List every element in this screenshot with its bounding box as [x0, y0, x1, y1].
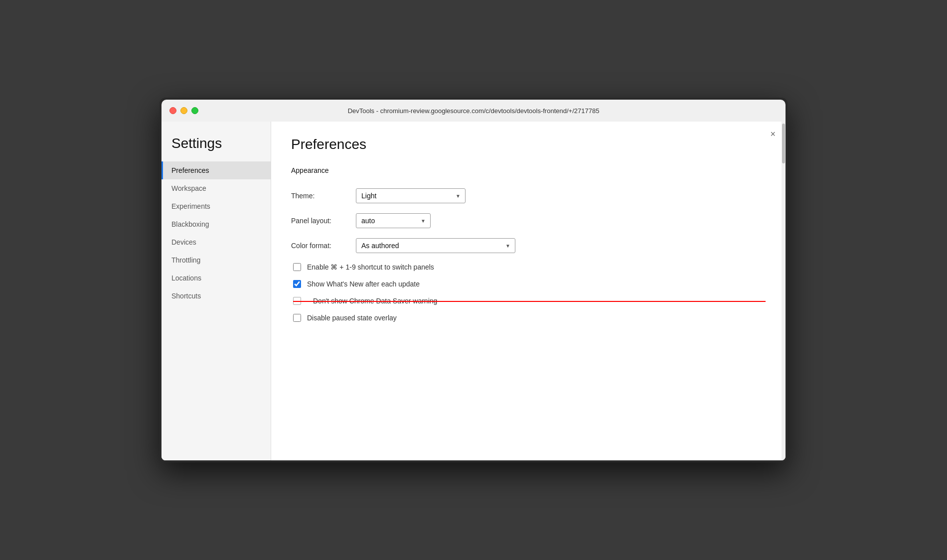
- paused-state-checkbox-row: Disable paused state overlay: [293, 314, 766, 322]
- maximize-traffic-light[interactable]: [191, 107, 198, 114]
- whats-new-checkbox-row: Show What's New after each update: [293, 280, 766, 288]
- page-title: Preferences: [291, 137, 766, 152]
- panel-layout-select[interactable]: auto horizontal vertical: [356, 213, 431, 228]
- color-format-select-wrapper: As authored HEX RGB HSL: [356, 238, 515, 253]
- data-saver-checkbox[interactable]: [293, 297, 301, 305]
- panel-layout-label: Panel layout:: [291, 217, 356, 225]
- main-content: × Preferences Appearance Theme: Light Da…: [271, 122, 786, 460]
- sidebar: Settings Preferences Workspace Experimen…: [161, 122, 271, 460]
- whats-new-checkbox[interactable]: [293, 280, 301, 288]
- close-traffic-light[interactable]: [169, 107, 176, 114]
- title-bar: DevTools - chromium-review.googlesource.…: [161, 100, 786, 122]
- close-button[interactable]: ×: [770, 130, 776, 139]
- window-body: Settings Preferences Workspace Experimen…: [161, 122, 786, 460]
- sidebar-item-workspace[interactable]: Workspace: [161, 179, 271, 197]
- paused-state-label: Disable paused state overlay: [307, 314, 397, 322]
- data-saver-row: Don't show Chrome Data Saver warning: [293, 297, 766, 305]
- sidebar-item-blackboxing[interactable]: Blackboxing: [161, 215, 271, 233]
- sidebar-item-shortcuts[interactable]: Shortcuts: [161, 287, 271, 305]
- sidebar-item-experiments[interactable]: Experiments: [161, 197, 271, 215]
- theme-row: Theme: Light Dark System preference: [291, 188, 766, 203]
- sidebar-item-preferences[interactable]: Preferences: [161, 161, 271, 179]
- shortcut-label: Enable ⌘ + 1-9 shortcut to switch panels: [307, 263, 434, 271]
- whats-new-label: Show What's New after each update: [307, 280, 420, 288]
- window-title: DevTools - chromium-review.googlesource.…: [348, 107, 600, 115]
- shortcut-checkbox-row: Enable ⌘ + 1-9 shortcut to switch panels: [293, 263, 766, 271]
- theme-select-wrapper: Light Dark System preference: [356, 188, 466, 203]
- minimize-traffic-light[interactable]: [180, 107, 187, 114]
- panel-layout-select-wrapper: auto horizontal vertical: [356, 213, 431, 228]
- color-format-select[interactable]: As authored HEX RGB HSL: [356, 238, 515, 253]
- color-format-row: Color format: As authored HEX RGB HSL: [291, 238, 766, 253]
- color-format-label: Color format:: [291, 242, 356, 250]
- data-saver-label: Don't show Chrome Data Saver warning: [313, 297, 437, 305]
- appearance-section-title: Appearance: [291, 166, 766, 178]
- theme-select[interactable]: Light Dark System preference: [356, 188, 466, 203]
- paused-state-checkbox[interactable]: [293, 314, 301, 322]
- shortcut-checkbox[interactable]: [293, 263, 301, 271]
- scrollbar[interactable]: [782, 122, 786, 460]
- traffic-lights: [169, 107, 198, 114]
- sidebar-item-throttling[interactable]: Throttling: [161, 251, 271, 269]
- settings-title: Settings: [161, 132, 271, 161]
- panel-layout-row: Panel layout: auto horizontal vertical: [291, 213, 766, 228]
- sidebar-nav: Preferences Workspace Experiments Blackb…: [161, 161, 271, 305]
- theme-label: Theme:: [291, 192, 356, 200]
- sidebar-item-devices[interactable]: Devices: [161, 233, 271, 251]
- sidebar-item-locations[interactable]: Locations: [161, 269, 271, 287]
- window: DevTools - chromium-review.googlesource.…: [159, 98, 788, 462]
- scrollbar-thumb: [782, 124, 785, 163]
